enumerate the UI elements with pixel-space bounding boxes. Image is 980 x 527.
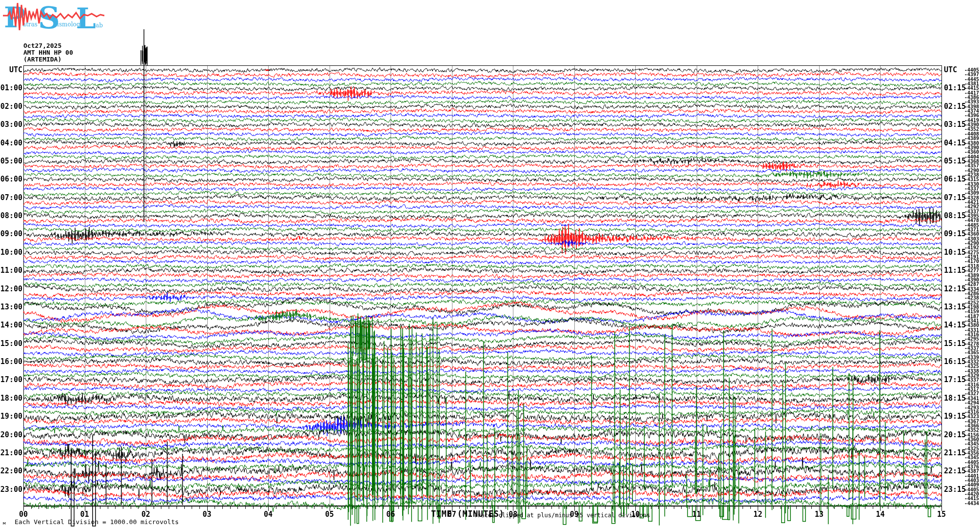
minute-label: 15 [933,510,950,519]
left-time-label: 10:00 [0,249,22,256]
left-time-label: 03:00 [0,121,22,128]
left-time-label: 14:00 [0,322,22,329]
left-time-label: 15:00 [0,340,22,347]
footer-glyph: м [3,521,5,526]
left-time-label: 13:00 [0,304,22,311]
left-time-label: 05:00 [0,158,22,165]
minute-label: 03 [199,510,216,519]
minute-label: 13 [811,510,827,519]
left-time-label: 16:00 [0,358,22,365]
minute-label: 14 [872,510,888,519]
header-date: Oct27,2025 [23,42,61,49]
left-time-label: 19:00 [0,413,22,420]
event-marker-arrows: ◄◄ [264,68,268,72]
left-time-label: 23:00 [0,486,22,493]
left-time-label: 02:00 [0,103,22,110]
left-time-label: 22:00 [0,467,22,475]
left-time-label: 11:00 [0,267,22,274]
minute-label: 11 [688,510,705,519]
scale-note: Each Vertical Division = 1000.00 microvo… [15,518,179,526]
header-station: AMT HHN HP 00 [23,49,73,56]
minute-label: 12 [749,510,766,519]
event-marker-arrows: ◄◄ [918,378,921,382]
logo-word-ab: ab [96,22,103,29]
offset-value: -4434 [956,501,979,506]
header-location: (ARTEMIDA) [23,56,61,63]
left-time-label: 01:00 [0,84,22,92]
seismogram-canvas [0,0,980,527]
left-time-label: 09:00 [0,230,22,238]
left-time-label: 17:00 [0,376,22,384]
left-time-label: 12:00 [0,285,22,293]
logo-word-atras: atras [22,21,38,28]
psl-logo: P S L atras eismology ab [3,1,105,33]
minute-label: 00 [15,510,32,519]
minute-label: 04 [260,510,276,519]
psl-logo-graphic: P S L atras eismology ab [3,1,105,33]
left-time-label: 21:00 [0,449,22,457]
left-time-label: 20:00 [0,431,22,439]
webicorder-screen: P S L atras eismology ab Oct27,2025 AMT … [0,0,980,527]
clip-note: Traces clipped at plus/minus 25 vertical… [474,512,650,519]
left-time-label: 04:00 [0,140,22,147]
minute-label: 05 [321,510,338,519]
left-time-label: 08:00 [0,212,22,220]
minute-label: 02 [137,510,154,519]
left-time-label: UTC [0,66,22,74]
left-time-label: 07:00 [0,194,22,202]
left-time-label: 18:00 [0,395,22,402]
left-time-label: 06:00 [0,176,22,183]
minute-label: 01 [77,510,93,519]
minute-label: 06 [382,510,399,519]
logo-word-eismology: eismology [54,21,83,28]
